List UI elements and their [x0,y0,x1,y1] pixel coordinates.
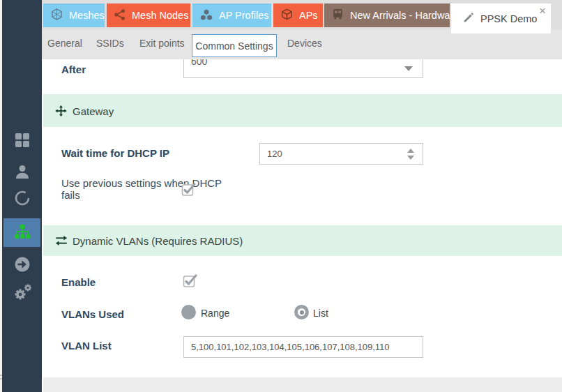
tab-label: PPSK Demo [480,13,537,24]
subtab-devices[interactable]: Devices [287,38,322,49]
tab-label: Meshes [69,10,105,21]
settings-form: After 600 Gateway Wait time for DHCP IP [42,59,562,392]
subtab-ssids[interactable]: SSIDs [96,38,124,49]
after-select[interactable]: 600 [183,59,423,78]
use-previous-settings-checkbox[interactable] [181,182,197,199]
vlan-list-label: VLAN List [61,340,112,352]
pencil-icon [462,11,475,26]
subtab-common-settings[interactable]: Common Settings [192,34,277,57]
section-title: Gateway [73,105,114,116]
gateway-section-header: Gateway [43,94,562,127]
dynamic-vlans-section-header: Dynamic VLANs (Requires RADIUS) [43,225,562,256]
network-topology-icon [14,224,31,243]
spinner-down-icon[interactable] [407,156,414,160]
radio-dot [300,310,304,315]
radio-ring [298,308,305,316]
enable-checkbox[interactable] [183,273,199,291]
tab-label: AP Profiles [219,10,268,21]
vlans-used-label: VLANs Used [61,308,124,320]
tab-mesh-nodes[interactable]: Mesh Nodes [107,3,190,27]
list-radio[interactable] [294,305,309,319]
spinner-up-icon[interactable] [407,149,414,153]
tab-label: Mesh Nodes [132,10,188,21]
move-handle-icon[interactable] [54,104,68,117]
wait-time-input[interactable] [260,144,430,164]
spinner-arrows[interactable] [406,144,416,164]
close-icon[interactable]: × [539,5,546,17]
footer-bar [43,377,562,392]
swap-arrows-icon[interactable] [54,234,68,247]
chevron-down-icon[interactable] [404,66,413,71]
tab-ap-profiles[interactable]: AP Profiles [192,3,271,27]
sign-in-arrow-icon[interactable] [14,256,31,273]
use-previous-settings-label: Use previous settings when DHCP fails [61,178,237,201]
status-ring-icon[interactable] [14,190,31,206]
tab-new-arrivals-hardware[interactable]: New Arrivals - Hardware [324,3,450,27]
vlan-list-input[interactable] [184,337,430,357]
after-select-value: 600 [191,59,207,67]
cube-icon [280,8,294,23]
range-radio-label[interactable]: Range [201,308,229,319]
list-radio-label[interactable]: List [313,308,328,319]
sidebar [2,0,42,392]
section-title: Dynamic VLANs (Requires RADIUS) [73,235,243,247]
share-nodes-icon [114,8,126,23]
tab-ppsk-demo[interactable]: PPSK Demo × [451,3,551,33]
settings-gears-icon[interactable] [14,283,31,304]
range-radio[interactable] [181,305,196,319]
tab-label: APs [299,10,318,21]
tab-label: New Arrivals - Hardware [350,10,450,21]
after-label: After [61,63,86,75]
subtab-exit-points[interactable]: Exit points [139,38,185,49]
wait-time-spinner [259,143,423,165]
sidebar-item-network-selected[interactable] [3,218,40,247]
enable-label: Enable [61,276,96,288]
mesh-hexagon-icon [50,8,63,23]
wait-time-label: Wait time for DHCP IP [61,147,169,159]
app-window: Meshes Mesh Nodes AP Profiles [0,0,562,392]
subtab-general[interactable]: General [47,38,82,49]
cubes-icon [199,8,213,24]
subtab-label: Common Settings [195,40,273,52]
dashboard-icon[interactable] [14,132,31,149]
bus-icon [331,8,344,23]
vlan-list-field [183,336,423,358]
user-icon[interactable] [14,163,31,180]
tab-aps[interactable]: APs [273,3,323,27]
tab-meshes[interactable]: Meshes [43,3,105,27]
